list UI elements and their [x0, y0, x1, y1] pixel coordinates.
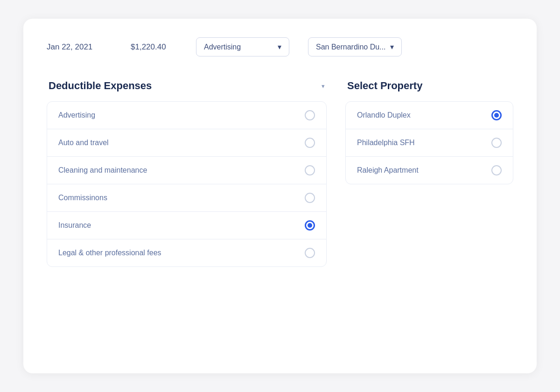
deductible-expenses-panel: Deductible Expenses ▾ AdvertisingAuto an… [47, 80, 327, 267]
expense-radio-button[interactable] [305, 165, 315, 175]
expense-item-label: Insurance [58, 221, 91, 230]
transaction-amount: $1,220.40 [131, 42, 177, 52]
expense-item-label: Legal & other professional fees [58, 249, 161, 257]
property-dropdown[interactable]: San Bernardino Du... ▾ [308, 37, 402, 56]
expenses-panel-header: Deductible Expenses ▾ [47, 80, 327, 92]
expense-list-item[interactable]: Commissinons [47, 184, 326, 212]
expense-radio-button[interactable] [305, 193, 315, 203]
expense-radio-button[interactable] [305, 138, 315, 148]
expense-radio-button[interactable] [305, 220, 315, 231]
top-row: Jan 22, 2021 $1,220.40 Advertising ▾ San… [47, 37, 513, 56]
category-dropdown[interactable]: Advertising ▾ [196, 37, 289, 56]
expense-radio-button[interactable] [305, 110, 315, 120]
property-radio-button[interactable] [491, 110, 502, 120]
property-item-label: Orlandlo Duplex [357, 111, 411, 119]
property-item-label: Raleigh Apartment [357, 166, 419, 175]
select-property-panel: Select Property Orlandlo DuplexPhiladelp… [345, 80, 513, 267]
expense-list-item[interactable]: Auto and travel [47, 129, 326, 157]
expenses-list-box: AdvertisingAuto and travelCleaning and m… [47, 101, 327, 267]
category-dropdown-value: Advertising [204, 43, 241, 51]
property-dropdown-arrow: ▾ [390, 42, 394, 51]
expenses-panel-title: Deductible Expenses [49, 80, 152, 92]
property-list-item[interactable]: Raleigh Apartment [346, 157, 513, 184]
transaction-date: Jan 22, 2021 [47, 42, 112, 52]
property-list-item[interactable]: Philadelphia SFH [346, 129, 513, 157]
expense-item-label: Commissinons [58, 194, 107, 202]
property-item-label: Philadelphia SFH [357, 139, 415, 147]
expense-item-label: Advertising [58, 111, 95, 119]
expense-radio-button[interactable] [305, 248, 315, 258]
expenses-panel-arrow: ▾ [322, 83, 325, 90]
main-card: Jan 22, 2021 $1,220.40 Advertising ▾ San… [23, 19, 537, 373]
category-dropdown-arrow: ▾ [278, 42, 281, 51]
expense-list-item[interactable]: Cleaning and maintenance [47, 157, 326, 184]
expense-list-item[interactable]: Insurance [47, 212, 326, 239]
property-dropdown-value: San Bernardino Du... [316, 43, 385, 51]
property-list-item[interactable]: Orlandlo Duplex [346, 102, 513, 129]
property-panel-header: Select Property [345, 80, 513, 92]
expense-item-label: Cleaning and maintenance [58, 166, 147, 175]
property-radio-button[interactable] [491, 138, 502, 148]
expense-list-item[interactable]: Advertising [47, 102, 326, 129]
property-radio-button[interactable] [491, 165, 502, 175]
expense-item-label: Auto and travel [58, 139, 109, 147]
property-list-box: Orlandlo DuplexPhiladelphia SFHRaleigh A… [345, 101, 513, 184]
main-content: Deductible Expenses ▾ AdvertisingAuto an… [47, 80, 513, 267]
property-panel-title: Select Property [347, 80, 422, 92]
expense-list-item[interactable]: Legal & other professional fees [47, 239, 326, 266]
